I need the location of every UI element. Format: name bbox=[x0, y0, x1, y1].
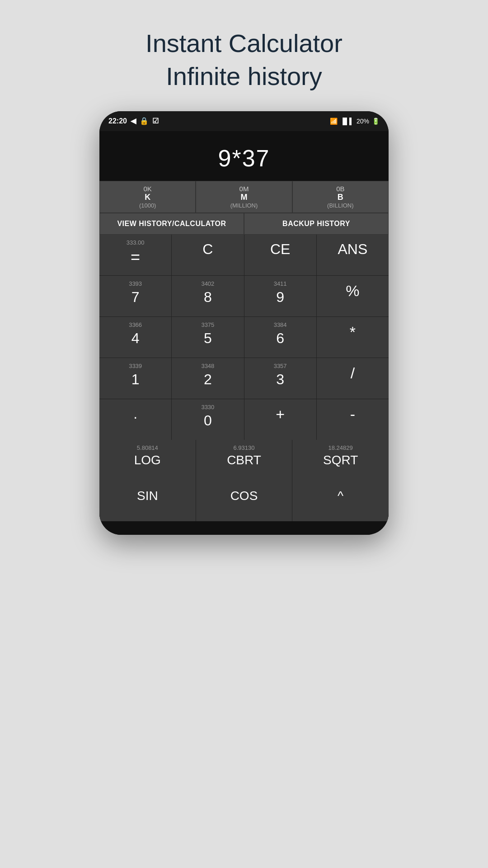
minus-label: - bbox=[319, 406, 387, 423]
num5-history: 3375 bbox=[174, 321, 242, 328]
num0-label: 0 bbox=[174, 412, 242, 429]
log-label: LOG bbox=[101, 453, 194, 467]
sqrt-button[interactable]: 18.24829 SQRT bbox=[292, 440, 389, 481]
num-3-button[interactable]: 3357 3 bbox=[244, 358, 316, 399]
status-bar: 22:20 ◀ 🔒 ☑ 📶 ▐▌▌ 20% 🔋 bbox=[99, 111, 389, 131]
history-row: VIEW HISTORY/CALCULATOR BACKUP HISTORY bbox=[99, 213, 389, 235]
navigation-icon: ◀ bbox=[131, 117, 136, 125]
num-8-button[interactable]: 3402 8 bbox=[172, 276, 244, 316]
phone-frame: 22:20 ◀ 🔒 ☑ 📶 ▐▌▌ 20% 🔋 9*37 0K K (1000)… bbox=[99, 111, 389, 535]
minus-button[interactable]: - bbox=[317, 399, 389, 440]
cos-button[interactable]: COS bbox=[196, 481, 292, 521]
power-label: ^ bbox=[294, 489, 387, 503]
num7-history: 3393 bbox=[101, 280, 169, 287]
power-button[interactable]: ^ bbox=[292, 481, 389, 521]
battery-icon: 🔋 bbox=[372, 118, 380, 125]
num5-label: 5 bbox=[174, 330, 242, 347]
num-6-button[interactable]: 3384 6 bbox=[244, 317, 316, 358]
num1-history: 3339 bbox=[101, 363, 169, 369]
num3-history: 3357 bbox=[246, 363, 314, 369]
checkbox-icon: ☑ bbox=[152, 117, 159, 125]
ce-label: CE bbox=[246, 241, 314, 258]
sin-button[interactable]: SIN bbox=[99, 481, 196, 521]
clear-button[interactable]: C bbox=[172, 235, 244, 275]
memory-m-label: M bbox=[198, 193, 290, 202]
num-7-button[interactable]: 3393 7 bbox=[99, 276, 171, 316]
num-2-button[interactable]: 3348 2 bbox=[172, 358, 244, 399]
equals-button[interactable]: 333.00 = bbox=[99, 235, 171, 275]
num1-label: 1 bbox=[101, 371, 169, 388]
expression-display: 9*37 bbox=[108, 145, 380, 172]
cbrt-history: 6.93130 bbox=[198, 444, 291, 451]
ans-button[interactable]: ANS bbox=[317, 235, 389, 275]
percent-label: % bbox=[319, 282, 387, 300]
num-4-button[interactable]: 3366 4 bbox=[99, 317, 171, 358]
equals-label: = bbox=[101, 248, 169, 267]
memory-b-label: B bbox=[295, 193, 386, 202]
num8-history: 3402 bbox=[174, 280, 242, 287]
num-9-button[interactable]: 3411 9 bbox=[244, 276, 316, 316]
time-display: 22:20 bbox=[108, 117, 127, 125]
memory-k-value: 0K bbox=[102, 185, 193, 193]
num2-history: 3348 bbox=[174, 363, 242, 369]
num6-label: 6 bbox=[246, 330, 314, 347]
num3-label: 3 bbox=[246, 371, 314, 388]
memory-k-sub: (1000) bbox=[102, 202, 193, 209]
memory-k-label: K bbox=[102, 193, 193, 202]
log-history: 5.80814 bbox=[101, 444, 194, 451]
lock-icon: 🔒 bbox=[140, 117, 149, 125]
num2-label: 2 bbox=[174, 371, 242, 388]
sqrt-label: SQRT bbox=[294, 453, 387, 467]
status-left: 22:20 ◀ 🔒 ☑ bbox=[108, 117, 159, 125]
app-title: Instant Calculator Infinite history bbox=[145, 27, 343, 93]
memory-b-value: 0B bbox=[295, 185, 386, 193]
num9-history: 3411 bbox=[246, 280, 314, 287]
cbrt-button[interactable]: 6.93130 CBRT bbox=[196, 440, 292, 481]
num4-history: 3366 bbox=[101, 321, 169, 328]
sci-row: 5.80814 LOG 6.93130 CBRT 18.24829 SQRT bbox=[99, 440, 389, 481]
ce-button[interactable]: CE bbox=[244, 235, 316, 275]
log-button[interactable]: 5.80814 LOG bbox=[99, 440, 196, 481]
percent-button[interactable]: % bbox=[317, 276, 389, 316]
memory-row: 0K K (1000) 0M M (MILLION) 0B B (BILLION… bbox=[99, 181, 389, 213]
status-right: 📶 ▐▌▌ 20% 🔋 bbox=[330, 118, 380, 125]
calc-display: 9*37 bbox=[99, 131, 389, 181]
multiply-button[interactable]: * bbox=[317, 317, 389, 358]
memory-m-button[interactable]: 0M M (MILLION) bbox=[196, 181, 292, 213]
decimal-label: . bbox=[101, 406, 169, 422]
plus-label: + bbox=[246, 406, 314, 423]
divide-button[interactable]: / bbox=[317, 358, 389, 399]
equals-history: 333.00 bbox=[101, 239, 169, 246]
num0-history: 3330 bbox=[174, 404, 242, 410]
num8-label: 8 bbox=[174, 289, 242, 306]
decimal-button[interactable]: . bbox=[99, 399, 171, 440]
multiply-label: * bbox=[319, 323, 387, 341]
memory-k-button[interactable]: 0K K (1000) bbox=[99, 181, 196, 213]
clear-label: C bbox=[174, 241, 242, 258]
memory-b-sub: (BILLION) bbox=[295, 202, 386, 209]
backup-history-button[interactable]: BACKUP HISTORY bbox=[244, 213, 389, 235]
num-5-button[interactable]: 3375 5 bbox=[172, 317, 244, 358]
trig-row: SIN COS ^ bbox=[99, 481, 389, 521]
num9-label: 9 bbox=[246, 289, 314, 306]
cos-label: COS bbox=[198, 489, 291, 503]
sin-label: SIN bbox=[101, 489, 194, 503]
divide-label: / bbox=[319, 364, 387, 382]
bottom-space bbox=[99, 521, 389, 535]
memory-m-sub: (MILLION) bbox=[198, 202, 290, 209]
num4-label: 4 bbox=[101, 330, 169, 347]
wifi-icon: 📶 bbox=[330, 118, 338, 125]
memory-b-button[interactable]: 0B B (BILLION) bbox=[292, 181, 389, 213]
memory-m-value: 0M bbox=[198, 185, 290, 193]
sqrt-history: 18.24829 bbox=[294, 444, 387, 451]
view-history-button[interactable]: VIEW HISTORY/CALCULATOR bbox=[99, 213, 244, 235]
num-0-button[interactable]: 3330 0 bbox=[172, 399, 244, 440]
ans-label: ANS bbox=[319, 241, 387, 258]
num6-history: 3384 bbox=[246, 321, 314, 328]
plus-button[interactable]: + bbox=[244, 399, 316, 440]
cbrt-label: CBRT bbox=[198, 453, 291, 467]
calc-grid: 333.00 = C CE ANS 3393 7 3402 8 3411 9 bbox=[99, 235, 389, 440]
num-1-button[interactable]: 3339 1 bbox=[99, 358, 171, 399]
signal-icon: ▐▌▌ bbox=[340, 118, 354, 125]
battery-display: 20% bbox=[357, 118, 369, 125]
